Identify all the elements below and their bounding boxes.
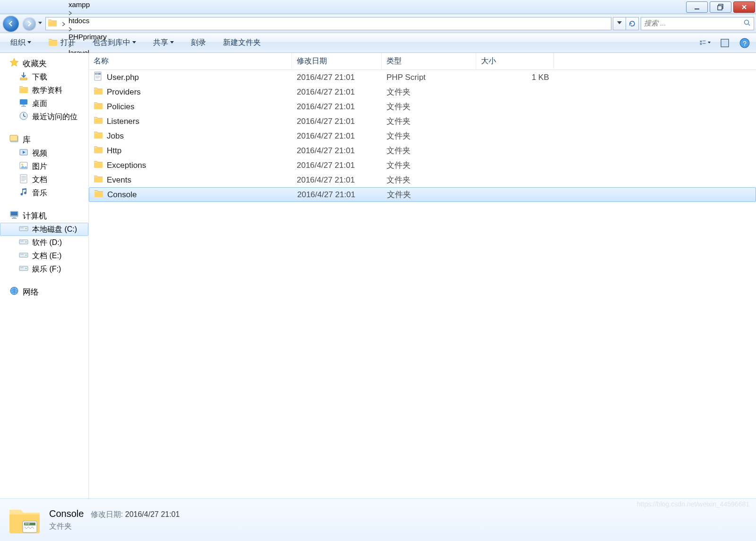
burn-button[interactable]: 刻录 bbox=[186, 36, 211, 50]
sidebar-item[interactable]: 教学资料 bbox=[0, 84, 88, 97]
column-header-date[interactable]: 修改日期 bbox=[292, 53, 382, 70]
window-titlebar bbox=[0, 0, 756, 14]
file-row[interactable]: Http2016/4/27 21:01文件夹 bbox=[89, 143, 756, 158]
minimize-button[interactable] bbox=[686, 1, 708, 13]
sidebar-item-label: 文档 bbox=[32, 175, 47, 185]
folder-icon bbox=[94, 86, 103, 98]
refresh-button[interactable] bbox=[626, 17, 639, 30]
ic-recent-icon bbox=[19, 111, 28, 122]
breadcrumb-segment[interactable]: xampp bbox=[67, 0, 112, 9]
ic-picture-icon bbox=[19, 161, 28, 172]
file-date: 2016/4/27 21:01 bbox=[292, 131, 382, 141]
ic-drive-icon bbox=[19, 224, 28, 235]
sidebar-item-label: 教学资料 bbox=[32, 86, 62, 96]
sidebar-item[interactable]: 下载 bbox=[0, 70, 88, 84]
svg-rect-33 bbox=[695, 9, 699, 9]
ic-folder-icon bbox=[19, 85, 28, 96]
ic-download-icon bbox=[19, 71, 28, 83]
sidebar-network-header[interactable]: 网络 bbox=[0, 285, 88, 299]
maximize-button[interactable] bbox=[710, 1, 731, 13]
sidebar-item-label: 最近访问的位 bbox=[32, 112, 77, 122]
close-button[interactable] bbox=[733, 1, 755, 13]
nav-history-dropdown[interactable] bbox=[37, 22, 43, 26]
sidebar-item[interactable]: 视频 bbox=[0, 147, 88, 160]
file-type: 文件夹 bbox=[382, 145, 476, 156]
navigation-bar: 计算机本地磁盘 (C:)xampphtdocsPHPprimarylaravel… bbox=[0, 14, 756, 33]
file-type: 文件夹 bbox=[382, 160, 476, 171]
file-row[interactable]: Events2016/4/27 21:01文件夹 bbox=[89, 173, 756, 187]
ic-desktop-icon bbox=[19, 98, 28, 109]
sidebar-item-label: 文档 (E:) bbox=[32, 251, 61, 261]
sidebar-item-label: 图片 bbox=[32, 162, 47, 172]
column-header-size[interactable]: 大小 bbox=[476, 53, 554, 70]
folder-icon bbox=[94, 145, 103, 157]
sidebar-item[interactable]: 图片 bbox=[0, 160, 88, 173]
file-date: 2016/4/27 21:01 bbox=[292, 73, 382, 82]
details-item-name: Console bbox=[49, 508, 84, 519]
file-row[interactable]: Jobs2016/4/27 21:01文件夹 bbox=[89, 129, 756, 143]
file-date: 2016/4/27 21:01 bbox=[292, 161, 382, 170]
share-menu[interactable]: 共享 bbox=[148, 36, 179, 50]
file-row[interactable]: Console2016/4/27 21:01文件夹 bbox=[89, 187, 756, 202]
search-icon bbox=[743, 19, 751, 28]
sidebar-item-label: 下载 bbox=[32, 72, 47, 82]
folder-icon bbox=[94, 101, 103, 113]
chevron-right-icon bbox=[61, 21, 66, 26]
file-row[interactable]: User.php2016/4/27 21:01PHP Script1 KB bbox=[89, 70, 756, 85]
sidebar-item[interactable]: 音乐 bbox=[0, 186, 88, 200]
include-in-library-menu[interactable]: 包含到库中 bbox=[88, 36, 141, 50]
organize-menu[interactable]: 组织 bbox=[6, 36, 36, 50]
svg-rect-35 bbox=[718, 6, 722, 10]
file-name: Policies bbox=[107, 102, 135, 112]
sidebar-item[interactable]: 文档 (E:) bbox=[0, 249, 88, 262]
search-placeholder: 搜索 ... bbox=[644, 19, 666, 28]
sidebar-item-label: 娱乐 (F:) bbox=[32, 264, 61, 274]
file-row[interactable]: Policies2016/4/27 21:01文件夹 bbox=[89, 99, 756, 114]
sidebar-favorites-header[interactable]: 收藏夹 bbox=[0, 57, 88, 70]
file-name: Exceptions bbox=[107, 161, 146, 170]
file-row[interactable]: Listeners2016/4/27 21:01文件夹 bbox=[89, 114, 756, 129]
sidebar-item[interactable]: 本地磁盘 (C:) bbox=[0, 223, 88, 236]
network-icon bbox=[9, 286, 19, 298]
file-size: 1 KB bbox=[476, 73, 554, 82]
sidebar-item[interactable]: 最近访问的位 bbox=[0, 110, 88, 123]
sidebar-favorites-group: 收藏夹 下载教学资料桌面最近访问的位 bbox=[0, 57, 88, 123]
views-button[interactable] bbox=[699, 37, 711, 49]
sidebar-item[interactable]: 桌面 bbox=[0, 97, 88, 110]
forward-button[interactable] bbox=[23, 17, 36, 30]
sidebar-libraries-header[interactable]: 库 bbox=[0, 133, 88, 147]
file-date: 2016/4/27 21:01 bbox=[292, 190, 382, 200]
sidebar-computer-header[interactable]: 计算机 bbox=[0, 209, 88, 223]
file-type: 文件夹 bbox=[382, 101, 476, 112]
libraries-icon bbox=[9, 134, 19, 146]
file-type: 文件夹 bbox=[382, 175, 476, 185]
file-date: 2016/4/27 21:01 bbox=[292, 87, 382, 97]
sidebar-item[interactable]: 软件 (D:) bbox=[0, 236, 88, 249]
breadcrumb-segment[interactable]: htdocs bbox=[67, 17, 112, 25]
address-dropdown-button[interactable] bbox=[613, 17, 626, 30]
file-type: 文件夹 bbox=[382, 116, 476, 127]
file-type: 文件夹 bbox=[382, 87, 476, 97]
sidebar-network-group: 网络 bbox=[0, 285, 88, 299]
php-file-icon bbox=[94, 71, 103, 83]
open-button[interactable]: 打开 bbox=[43, 35, 80, 51]
file-row[interactable]: Providers2016/4/27 21:01文件夹 bbox=[89, 85, 756, 99]
sidebar-item[interactable]: 娱乐 (F:) bbox=[0, 262, 88, 276]
preview-pane-button[interactable] bbox=[719, 37, 730, 49]
command-toolbar: 组织 打开 包含到库中 共享 刻录 新建文件夹 bbox=[0, 33, 756, 53]
new-folder-button[interactable]: 新建文件夹 bbox=[218, 36, 266, 50]
search-input[interactable]: 搜索 ... bbox=[641, 17, 754, 30]
details-date-value: 2016/4/27 21:01 bbox=[125, 510, 180, 518]
file-name: Http bbox=[107, 146, 121, 156]
column-header-name[interactable]: 名称 bbox=[89, 53, 292, 70]
column-header-type[interactable]: 类型 bbox=[382, 53, 476, 70]
file-type: PHP Script bbox=[382, 73, 476, 82]
details-folder-icon bbox=[8, 503, 42, 537]
back-button[interactable] bbox=[3, 16, 19, 32]
address-bar[interactable]: 计算机本地磁盘 (C:)xampphtdocsPHPprimarylaravel… bbox=[45, 17, 611, 30]
sidebar-item-label: 软件 (D:) bbox=[32, 238, 62, 248]
sidebar-item[interactable]: 文档 bbox=[0, 173, 88, 186]
folder-icon bbox=[94, 189, 103, 201]
file-row[interactable]: Exceptions2016/4/27 21:01文件夹 bbox=[89, 158, 756, 173]
help-button[interactable] bbox=[739, 37, 750, 49]
